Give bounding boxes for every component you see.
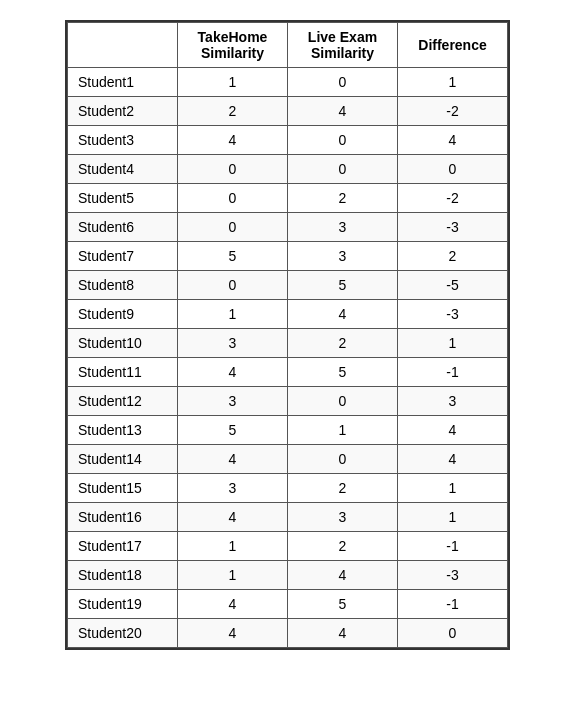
cell-student: Student13	[68, 416, 178, 445]
cell-takehome: 5	[178, 416, 288, 445]
cell-takehome: 1	[178, 68, 288, 97]
cell-student: Student7	[68, 242, 178, 271]
cell-liveexam: 4	[288, 619, 398, 648]
cell-difference: -2	[398, 97, 508, 126]
table-row: Student14404	[68, 445, 508, 474]
cell-student: Student8	[68, 271, 178, 300]
cell-liveexam: 4	[288, 97, 398, 126]
cell-takehome: 4	[178, 590, 288, 619]
similarity-table: TakeHomeSimilarity Live ExamSimilarity D…	[67, 22, 508, 648]
cell-student: Student17	[68, 532, 178, 561]
cell-liveexam: 0	[288, 445, 398, 474]
table-row: Student805-5	[68, 271, 508, 300]
cell-takehome: 3	[178, 387, 288, 416]
cell-difference: 3	[398, 387, 508, 416]
cell-student: Student15	[68, 474, 178, 503]
col-header-liveexam: Live ExamSimilarity	[288, 23, 398, 68]
cell-takehome: 2	[178, 97, 288, 126]
cell-takehome: 0	[178, 213, 288, 242]
cell-takehome: 1	[178, 300, 288, 329]
table-row: Student224-2	[68, 97, 508, 126]
cell-takehome: 1	[178, 532, 288, 561]
cell-student: Student20	[68, 619, 178, 648]
table-row: Student13514	[68, 416, 508, 445]
cell-difference: 0	[398, 619, 508, 648]
cell-student: Student6	[68, 213, 178, 242]
cell-difference: -3	[398, 561, 508, 590]
cell-takehome: 5	[178, 242, 288, 271]
cell-liveexam: 0	[288, 126, 398, 155]
cell-takehome: 4	[178, 126, 288, 155]
cell-difference: -3	[398, 300, 508, 329]
cell-difference: -2	[398, 184, 508, 213]
similarity-table-wrapper: TakeHomeSimilarity Live ExamSimilarity D…	[65, 20, 510, 650]
cell-liveexam: 5	[288, 358, 398, 387]
table-row: Student1945-1	[68, 590, 508, 619]
cell-difference: 1	[398, 329, 508, 358]
cell-difference: -1	[398, 590, 508, 619]
cell-student: Student4	[68, 155, 178, 184]
cell-liveexam: 5	[288, 590, 398, 619]
cell-student: Student5	[68, 184, 178, 213]
table-row: Student20440	[68, 619, 508, 648]
cell-liveexam: 3	[288, 213, 398, 242]
cell-difference: 2	[398, 242, 508, 271]
table-row: Student16431	[68, 503, 508, 532]
cell-takehome: 0	[178, 155, 288, 184]
cell-student: Student3	[68, 126, 178, 155]
cell-liveexam: 2	[288, 532, 398, 561]
cell-takehome: 4	[178, 619, 288, 648]
cell-takehome: 4	[178, 503, 288, 532]
cell-difference: 0	[398, 155, 508, 184]
table-header-row: TakeHomeSimilarity Live ExamSimilarity D…	[68, 23, 508, 68]
table-row: Student1712-1	[68, 532, 508, 561]
cell-takehome: 1	[178, 561, 288, 590]
col-header-takehome: TakeHomeSimilarity	[178, 23, 288, 68]
cell-takehome: 0	[178, 184, 288, 213]
cell-liveexam: 0	[288, 155, 398, 184]
table-row: Student914-3	[68, 300, 508, 329]
cell-difference: -5	[398, 271, 508, 300]
cell-liveexam: 0	[288, 387, 398, 416]
cell-takehome: 3	[178, 474, 288, 503]
table-row: Student1814-3	[68, 561, 508, 590]
cell-student: Student12	[68, 387, 178, 416]
cell-liveexam: 4	[288, 300, 398, 329]
cell-difference: 1	[398, 68, 508, 97]
cell-liveexam: 4	[288, 561, 398, 590]
table-row: Student603-3	[68, 213, 508, 242]
table-row: Student15321	[68, 474, 508, 503]
table-row: Student1145-1	[68, 358, 508, 387]
cell-student: Student2	[68, 97, 178, 126]
cell-takehome: 4	[178, 358, 288, 387]
cell-student: Student10	[68, 329, 178, 358]
cell-student: Student18	[68, 561, 178, 590]
cell-liveexam: 1	[288, 416, 398, 445]
cell-liveexam: 5	[288, 271, 398, 300]
cell-liveexam: 2	[288, 474, 398, 503]
cell-liveexam: 0	[288, 68, 398, 97]
cell-difference: -1	[398, 532, 508, 561]
cell-difference: 1	[398, 503, 508, 532]
cell-difference: -1	[398, 358, 508, 387]
cell-difference: 4	[398, 416, 508, 445]
cell-takehome: 3	[178, 329, 288, 358]
cell-student: Student19	[68, 590, 178, 619]
table-row: Student10321	[68, 329, 508, 358]
table-body: Student1101Student224-2Student3404Studen…	[68, 68, 508, 648]
cell-liveexam: 3	[288, 242, 398, 271]
cell-student: Student11	[68, 358, 178, 387]
table-row: Student1101	[68, 68, 508, 97]
cell-student: Student1	[68, 68, 178, 97]
cell-difference: 1	[398, 474, 508, 503]
cell-difference: 4	[398, 445, 508, 474]
table-row: Student502-2	[68, 184, 508, 213]
cell-student: Student16	[68, 503, 178, 532]
cell-difference: -3	[398, 213, 508, 242]
table-row: Student4000	[68, 155, 508, 184]
cell-takehome: 4	[178, 445, 288, 474]
cell-liveexam: 2	[288, 329, 398, 358]
cell-liveexam: 2	[288, 184, 398, 213]
table-row: Student7532	[68, 242, 508, 271]
cell-student: Student9	[68, 300, 178, 329]
